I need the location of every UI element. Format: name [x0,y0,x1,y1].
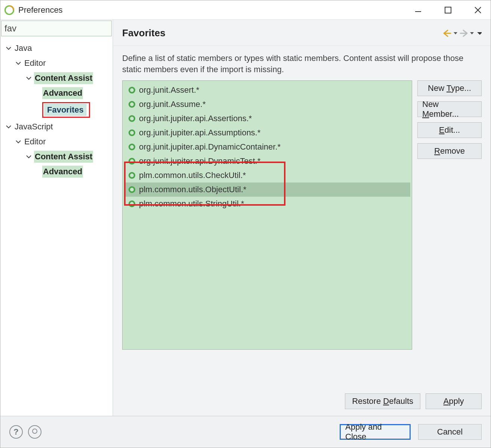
svg-marker-5 [454,32,457,34]
maximize-button[interactable] [439,1,457,19]
new-type-button[interactable]: New Type... [417,80,482,96]
restore-defaults-button[interactable]: Restore Defaults [345,393,420,409]
tree-label: Content Assist [34,151,93,163]
tree-item-java[interactable]: Java [2,41,112,56]
list-item[interactable]: org.junit.jupiter.api.Assertions.* [124,111,410,126]
sidebar: Java Editor Content Assist Advanced Favo… [0,20,113,416]
class-icon [128,114,136,123]
content-footer: Restore Defaults Apply [113,388,491,416]
search-input[interactable] [1,21,112,36]
class-icon [128,86,136,94]
button-label: Cancel [437,427,463,437]
list-item[interactable]: plm.common.utils.CheckUtil.* [124,168,410,182]
tree[interactable]: Java Editor Content Assist Advanced Favo… [0,39,112,416]
apply-and-close-button[interactable]: Apply and Close [340,424,411,440]
chevron-down-icon[interactable] [470,28,474,39]
list-item-label: org.junit.jupiter.api.DynamicContainer.* [139,142,281,152]
tree-label: Java [14,42,33,54]
list-item-label: org.junit.Assert.* [139,85,199,95]
chevron-down-icon[interactable] [15,59,22,67]
view-menu-icon[interactable] [477,28,482,39]
remove-button[interactable]: Remove [417,143,482,159]
new-member-button[interactable]: New Member... [417,101,482,117]
list-item-label: plm.common.utils.ObjectUtil.* [139,185,246,194]
tree-item-js[interactable]: JavaScript [2,119,112,134]
list-item[interactable]: org.junit.jupiter.api.Assumptions.* [124,126,410,140]
svg-point-21 [130,174,134,177]
tree-label: Content Assist [34,72,93,84]
list-item[interactable]: plm.common.utils.StringUtil.* [124,197,410,211]
svg-point-13 [130,117,134,120]
edit-button[interactable]: Edit... [417,122,482,138]
button-label: Apply [443,396,464,406]
apply-button[interactable]: Apply [426,393,482,409]
tree-item-java-favorites[interactable]: Favorites [2,101,112,119]
button-label: Edit... [439,125,460,135]
tree-item-java-content-assist[interactable]: Content Assist [2,71,112,86]
chevron-down-icon[interactable] [25,74,33,82]
tree-item-java-advanced[interactable]: Advanced [2,86,112,101]
window-title: Preferences [18,5,63,15]
chevron-down-icon[interactable] [453,28,458,39]
help-icon: ? [13,427,18,437]
help-button[interactable]: ? [9,425,23,439]
class-icon [128,129,136,137]
tree-label: Editor [24,136,46,148]
tree-label: Editor [24,57,46,69]
favorites-list[interactable]: org.junit.Assert.* org.junit.Assume.* or… [122,80,412,350]
header-nav [442,28,482,39]
list-item-label: org.junit.Assume.* [139,99,206,109]
titlebar: Preferences [0,0,491,20]
list-and-buttons: org.junit.Assert.* org.junit.Assume.* or… [122,80,482,385]
tree-label: JavaScript [14,121,54,133]
button-label: Remove [434,146,465,156]
search-wrap [0,20,112,39]
chevron-down-icon[interactable] [5,123,12,131]
svg-point-17 [130,145,134,149]
list-item[interactable]: org.junit.jupiter.api.DynamicTest.* [124,154,410,168]
chevron-down-icon[interactable] [5,45,12,52]
list-item-label: plm.common.utils.CheckUtil.* [139,171,246,180]
svg-point-19 [130,159,134,163]
content-header: Favorites [113,20,491,46]
list-item-label: org.junit.jupiter.api.Assumptions.* [139,128,260,138]
list-item[interactable]: org.junit.Assume.* [124,97,410,111]
import-export-button[interactable] [28,425,41,439]
chevron-down-icon[interactable] [25,153,33,160]
list-item[interactable]: plm.common.utils.ObjectUtil.* [124,182,410,197]
cancel-button[interactable]: Cancel [418,424,482,440]
class-icon [128,171,136,179]
close-button[interactable] [469,1,487,19]
chevron-down-icon[interactable] [15,138,22,145]
bottom-bar: ? Apply and Close Cancel [0,416,491,448]
tree-item-js-content-assist[interactable]: Content Assist [2,149,112,164]
transfer-icon [31,428,38,436]
button-label: Restore Defaults [352,396,413,406]
nav-back-icon[interactable] [442,28,453,39]
tree-item-js-editor[interactable]: Editor [2,134,112,149]
list-item[interactable]: org.junit.Assert.* [124,83,410,97]
svg-point-15 [130,131,134,135]
svg-point-26 [33,429,37,433]
minimize-button[interactable] [409,1,427,19]
list-item-label: org.junit.jupiter.api.Assertions.* [139,114,252,123]
list-item-label: org.junit.jupiter.api.DynamicTest.* [139,156,260,166]
button-label: New Member... [422,99,477,119]
side-buttons: New Type... New Member... Edit... Remove [417,80,482,159]
nav-forward-icon[interactable] [458,28,469,39]
bottom-right: Apply and Close Cancel [340,424,482,440]
svg-rect-2 [445,7,451,13]
tree-item-java-editor[interactable]: Editor [2,56,112,71]
svg-point-23 [130,188,134,191]
svg-point-11 [130,102,134,106]
svg-marker-7 [477,32,482,35]
class-icon [128,200,136,208]
tree-label: Advanced [42,87,83,99]
content-pane: Favorites Define a list [113,20,491,416]
list-item[interactable]: org.junit.jupiter.api.DynamicContainer.* [124,140,410,154]
class-icon [128,157,136,165]
button-label: New Type... [428,83,471,93]
tree-label: Favorites [42,102,90,118]
tree-item-js-advanced[interactable]: Advanced [2,164,112,179]
app-icon [4,5,15,15]
